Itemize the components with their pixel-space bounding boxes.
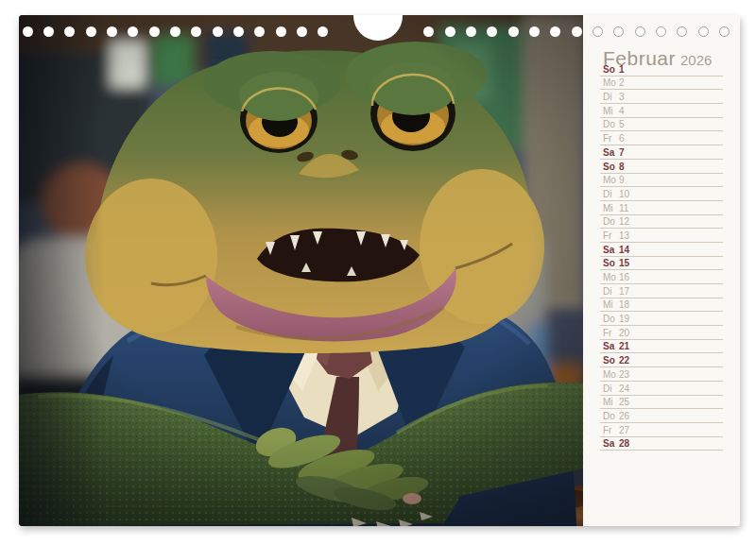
calendar-day-row: Fr13 xyxy=(600,229,723,243)
binding-hole xyxy=(149,26,160,37)
calendar-day-row: Fr6 xyxy=(600,131,723,145)
binding-hole xyxy=(128,26,138,37)
day-number: 26 xyxy=(619,411,629,421)
calendar-day-row: Sa21 xyxy=(600,340,723,354)
calendar-panel: Februar2026 So1Mo2Di3Mi4Do5Fr6Sa7So8Mo9D… xyxy=(583,15,740,526)
binding-hole xyxy=(213,26,223,37)
day-number: 3 xyxy=(619,92,625,102)
calendar-day-row: Do26 xyxy=(600,409,723,423)
day-number: 18 xyxy=(619,299,629,310)
day-number: 16 xyxy=(619,272,629,282)
day-number: 1 xyxy=(619,64,625,75)
vignette xyxy=(19,15,583,526)
day-number: 2 xyxy=(619,77,625,88)
calendar-day-row: Mi11 xyxy=(600,201,723,215)
weekday-label: Sa xyxy=(603,147,619,158)
binding-hole xyxy=(487,26,497,37)
calendar-day-row: Mo16 xyxy=(600,270,723,284)
weekday-label: Fr xyxy=(603,133,619,144)
day-number: 20 xyxy=(619,328,629,338)
weekday-label: Fr xyxy=(603,230,619,241)
calendar-day-row: Mo2 xyxy=(600,77,723,91)
weekday-label: Do xyxy=(603,314,619,324)
frog-teacher-photo xyxy=(19,15,583,526)
weekday-label: Do xyxy=(603,119,619,129)
day-number: 27 xyxy=(619,425,629,435)
binding-hole xyxy=(423,26,434,37)
calendar-day-row: So1 xyxy=(600,62,723,77)
day-number: 12 xyxy=(619,216,629,227)
calendar-day-row: Fr27 xyxy=(600,423,723,437)
binding-hole xyxy=(233,26,244,37)
day-number: 24 xyxy=(619,383,629,394)
binding-hole xyxy=(170,26,180,37)
binding-hole xyxy=(529,26,540,37)
weekday-label: Mi xyxy=(603,397,619,407)
day-number: 28 xyxy=(619,438,629,449)
binding-hole xyxy=(43,26,54,37)
weekday-label: Di xyxy=(603,92,619,102)
binding-hole xyxy=(466,26,476,37)
weekday-label: Di xyxy=(603,189,619,199)
calendar-day-row: Di10 xyxy=(600,187,723,201)
binding-hole xyxy=(593,26,603,37)
weekday-label: So xyxy=(603,258,619,268)
weekday-label: Mi xyxy=(603,106,619,116)
day-number: 5 xyxy=(619,119,625,129)
day-number: 22 xyxy=(619,355,629,366)
weekday-label: Mi xyxy=(603,203,619,213)
weekday-label: So xyxy=(603,64,619,75)
day-rows: So1Mo2Di3Mi4Do5Fr6Sa7So8Mo9Di10Mi11Do12F… xyxy=(600,62,723,451)
day-number: 23 xyxy=(619,369,629,380)
calendar-day-row: Sa28 xyxy=(600,437,723,451)
day-number: 10 xyxy=(619,189,629,199)
day-number: 15 xyxy=(619,258,629,268)
binding-hole xyxy=(656,26,666,37)
day-number: 13 xyxy=(619,230,629,241)
binding-hole xyxy=(508,26,519,37)
weekday-label: Mo xyxy=(603,369,619,380)
binding-hole xyxy=(572,26,582,37)
binding-hole xyxy=(297,26,307,37)
calendar-day-row: Di3 xyxy=(600,90,723,104)
binding-hole xyxy=(86,26,96,37)
weekday-label: Di xyxy=(603,286,619,297)
weekday-label: Sa xyxy=(603,438,619,449)
weekday-label: Do xyxy=(603,411,619,421)
weekday-label: So xyxy=(603,355,619,366)
binding-hole xyxy=(635,26,645,37)
binding-hole xyxy=(677,26,687,37)
weekday-label: Mi xyxy=(603,299,619,310)
day-number: 7 xyxy=(619,147,625,158)
day-number: 4 xyxy=(619,106,625,116)
calendar-day-row: Fr20 xyxy=(600,326,723,340)
calendar-day-row: Mo23 xyxy=(600,367,723,382)
weekday-label: Mo xyxy=(603,77,619,88)
calendar-day-row: Mi25 xyxy=(600,396,723,410)
binding-hole xyxy=(64,26,75,37)
weekday-label: Do xyxy=(603,216,619,227)
day-number: 6 xyxy=(619,133,625,144)
weekday-label: So xyxy=(603,162,619,172)
binding-hole xyxy=(276,26,286,37)
day-number: 8 xyxy=(619,162,625,172)
binding-hole xyxy=(23,26,33,37)
weekday-label: Fr xyxy=(603,328,619,338)
binding-hole xyxy=(191,26,201,37)
calendar-day-row: So22 xyxy=(600,353,723,367)
day-number: 14 xyxy=(619,245,629,255)
day-number: 9 xyxy=(619,175,625,185)
calendar-day-row: So8 xyxy=(600,160,723,174)
binding-hole xyxy=(445,26,455,37)
binding-hole xyxy=(698,26,709,37)
binding-hole xyxy=(550,26,560,37)
binding-hole xyxy=(613,26,624,37)
calendar-product-shot: Februar2026 So1Mo2Di3Mi4Do5Fr6Sa7So8Mo9D… xyxy=(0,0,756,545)
day-number: 19 xyxy=(619,314,629,324)
day-number: 17 xyxy=(619,286,629,297)
calendar-day-row: Sa7 xyxy=(600,145,723,160)
weekday-label: Mo xyxy=(603,272,619,282)
calendar-day-row: Mo9 xyxy=(600,174,723,188)
calendar-day-row: Do12 xyxy=(600,215,723,230)
calendar-day-row: Mi4 xyxy=(600,104,723,118)
